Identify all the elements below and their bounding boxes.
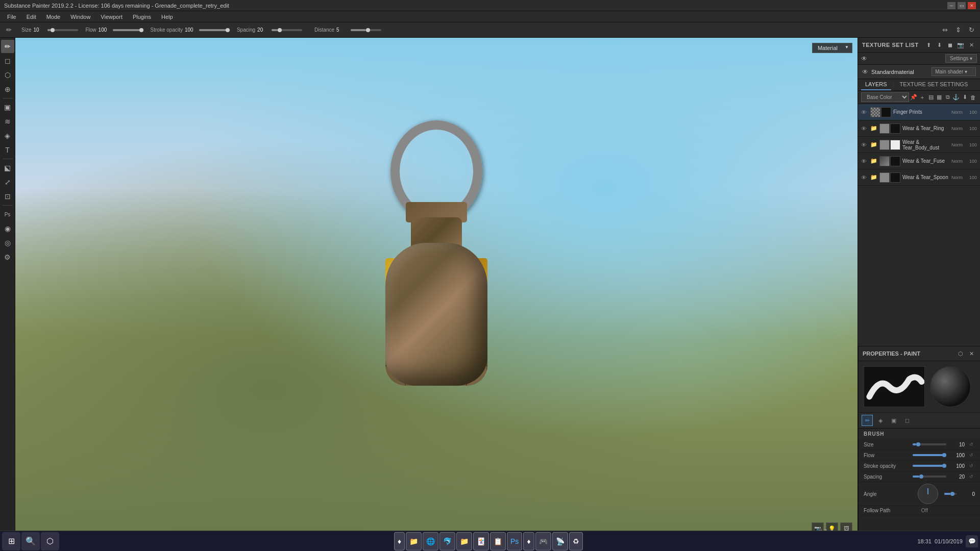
angle-prop-slider[interactable] xyxy=(944,493,957,495)
flow-reset-button[interactable]: ↺ xyxy=(968,452,975,459)
distance-slider[interactable] xyxy=(351,29,381,31)
taskbar-app-notepad[interactable]: 📋 xyxy=(490,532,506,550)
menu-file[interactable]: File xyxy=(2,13,21,21)
layers-pin-button[interactable]: 📌 xyxy=(910,93,918,102)
layer-item[interactable]: 👁 Finger Prints Norm 100 xyxy=(858,104,980,120)
size-slider[interactable] xyxy=(47,29,78,31)
selection-tool[interactable]: ⬕ xyxy=(1,161,14,174)
projection-tool[interactable]: ⬡ xyxy=(1,68,14,82)
brush-material-tab[interactable]: ◈ xyxy=(875,415,886,426)
text-tool[interactable]: T xyxy=(1,143,14,157)
menu-edit[interactable]: Edit xyxy=(21,13,41,21)
start-button[interactable]: ⊞ xyxy=(2,532,20,550)
task-view-button[interactable]: ⬡ xyxy=(41,532,59,550)
properties-expand-button[interactable]: ⬡ xyxy=(956,349,965,358)
taskbar-notification-button[interactable]: 💬 xyxy=(966,535,978,547)
layers-merge-button[interactable]: ⬇ xyxy=(961,93,969,102)
texture-set-settings-tab[interactable]: TEXTURE SET SETTINGS xyxy=(896,79,972,90)
layer-eye-2[interactable]: 👁 xyxy=(861,142,868,148)
properties-close-button[interactable]: ✕ xyxy=(967,349,976,358)
transform-tool[interactable]: ⤢ xyxy=(1,176,14,189)
menu-plugins[interactable]: Plugins xyxy=(128,13,156,21)
taskbar-app-game[interactable]: 🎮 xyxy=(535,532,551,550)
angle-dial[interactable] xyxy=(918,484,938,504)
color-picker-tool[interactable]: ◈ xyxy=(1,129,14,142)
viewport-mode-dropdown[interactable]: Material xyxy=(812,43,852,53)
shader-select[interactable]: Main shader ▾ xyxy=(932,67,976,76)
search-button[interactable]: 🔍 xyxy=(21,532,40,550)
menu-help[interactable]: Help xyxy=(156,13,178,21)
layer-eye-4[interactable]: 👁 xyxy=(861,174,868,181)
paint-tool-button[interactable]: ✏ xyxy=(3,24,14,36)
paint-tool[interactable]: ✏ xyxy=(1,40,14,53)
layers-add-button[interactable]: + xyxy=(919,93,926,102)
minimize-button[interactable]: ─ xyxy=(947,2,955,9)
layer-item[interactable]: 👁 📁 Wear & Tear_Spoon Norm 100 xyxy=(858,169,980,186)
rotate-button[interactable]: ↻ xyxy=(966,24,977,36)
layer-eye-3[interactable]: 👁 xyxy=(861,158,868,164)
spacing-reset-button[interactable]: ↺ xyxy=(968,473,975,480)
menu-viewport[interactable]: Viewport xyxy=(95,13,128,21)
fill-tool[interactable]: ▣ xyxy=(1,101,14,114)
taskbar-app-folder[interactable]: 📁 xyxy=(456,532,472,550)
stroke-opacity-prop-slider[interactable] xyxy=(913,465,946,467)
taskbar-app-recycle[interactable]: ♻ xyxy=(569,532,583,550)
spacing-prop-slider[interactable] xyxy=(913,475,946,478)
viewport-mode-button[interactable]: Material xyxy=(812,43,852,53)
tsl-camera-button[interactable]: 📷 xyxy=(956,40,965,49)
menu-mode[interactable]: Mode xyxy=(41,13,66,21)
stroke-opacity-reset-button[interactable]: ↺ xyxy=(968,462,975,469)
taskbar-app-other[interactable]: ♦ xyxy=(523,532,534,550)
layers-anchor-button[interactable]: ⚓ xyxy=(952,93,960,102)
layers-tab[interactable]: LAYERS xyxy=(861,79,891,90)
layer-eye-1[interactable]: 👁 xyxy=(861,126,868,132)
brush-paint-tab[interactable]: ✏ xyxy=(862,415,873,426)
layer-eye-0[interactable]: 👁 xyxy=(861,109,868,115)
eraser-tool[interactable]: ◻ xyxy=(1,54,14,67)
taskbar-app-chrome[interactable]: 🌐 xyxy=(423,532,438,550)
layer-item[interactable]: 👁 📁 Wear & Tear_Ring Norm 100 xyxy=(858,120,980,137)
layers-add-fill-button[interactable]: ▤ xyxy=(927,93,935,102)
flow-prop-slider[interactable] xyxy=(913,454,946,456)
display-tool[interactable]: ◎ xyxy=(1,236,14,249)
tsl-3d-button[interactable]: ◼ xyxy=(945,40,954,49)
brush-alpha-tab[interactable]: ◻ xyxy=(901,415,913,426)
taskbar-app-photoshop[interactable]: Ps xyxy=(507,532,522,550)
flow-slider[interactable] xyxy=(113,29,143,31)
tsl-item-eye[interactable]: 👁 xyxy=(862,68,868,76)
channel-select[interactable]: Base Color xyxy=(861,92,909,102)
stroke-opacity-slider[interactable] xyxy=(199,29,230,31)
mirror-x-button[interactable]: ⇔ xyxy=(939,24,950,36)
layers-duplicate-button[interactable]: ⧉ xyxy=(944,93,952,102)
bake-tool[interactable]: ◉ xyxy=(1,222,14,235)
texture-set-item[interactable]: 👁 Standardmaterial Main shader ▾ xyxy=(858,65,980,79)
clone-tool[interactable]: ⊕ xyxy=(1,83,14,96)
tsl-settings-button[interactable]: Settings ▾ xyxy=(945,54,977,63)
taskbar-app-substance[interactable]: ♦ xyxy=(394,532,405,550)
measure-tool[interactable]: ⊡ xyxy=(1,190,14,203)
settings-tool[interactable]: ⚙ xyxy=(1,251,14,264)
tsl-import-button[interactable]: ⬇ xyxy=(935,40,944,49)
taskbar-app-cards[interactable]: 🃏 xyxy=(473,532,489,550)
taskbar-app-dolphin[interactable]: 🐬 xyxy=(439,532,455,550)
tsl-close-button[interactable]: ✕ xyxy=(967,40,976,49)
layers-add-group-button[interactable]: ▦ xyxy=(936,93,943,102)
size-prop-slider[interactable] xyxy=(913,443,946,445)
layer-item[interactable]: 👁 📁 Wear & Tear_Fuse Norm 100 xyxy=(858,153,980,169)
layer-thumbs-2 xyxy=(879,140,900,150)
smudge-tool[interactable]: ≋ xyxy=(1,115,14,128)
layers-delete-button[interactable]: 🗑 xyxy=(969,93,977,102)
taskbar-app-signal[interactable]: 📡 xyxy=(552,532,568,550)
viewport[interactable]: Material 📷 💡 🖼 X Z xyxy=(15,38,857,540)
brush-stroke-tab[interactable]: ▣ xyxy=(888,415,899,426)
ps-bridge-tool[interactable]: Ps xyxy=(1,208,14,221)
restore-button[interactable]: ▭ xyxy=(958,2,966,9)
mirror-y-button[interactable]: ⇕ xyxy=(952,24,964,36)
tsl-export-button[interactable]: ⬆ xyxy=(924,40,933,49)
size-reset-button[interactable]: ↺ xyxy=(968,441,975,448)
close-button[interactable]: ✕ xyxy=(968,2,976,9)
taskbar-app-explorer[interactable]: 📁 xyxy=(406,532,422,550)
spacing-slider[interactable] xyxy=(272,29,302,31)
menu-window[interactable]: Window xyxy=(65,13,95,21)
layer-item[interactable]: 👁 📁 Wear & Tear_Body_dust Norm 100 xyxy=(858,137,980,153)
